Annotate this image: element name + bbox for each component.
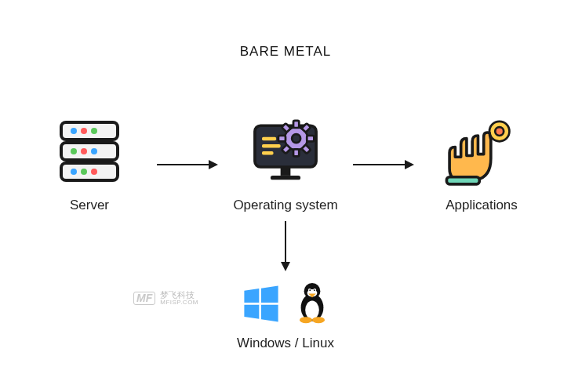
svg-rect-1 — [61, 143, 118, 160]
svg-rect-19 — [271, 176, 300, 180]
watermark-badge: MF — [133, 292, 155, 305]
main-row: Server — [0, 116, 571, 213]
svg-rect-15 — [262, 137, 276, 141]
svg-marker-38 — [261, 286, 278, 303]
svg-marker-37 — [244, 289, 259, 303]
svg-rect-34 — [446, 177, 479, 184]
node-server-label: Server — [70, 198, 109, 213]
node-os-label: Operating system — [233, 198, 337, 213]
watermark-text: 梦飞科技 MFISP.COM — [160, 290, 198, 307]
hand-tap-icon — [442, 116, 521, 187]
arrow-os-to-apps — [348, 129, 419, 200]
svg-marker-40 — [261, 305, 278, 322]
svg-rect-0 — [61, 122, 118, 140]
arrow-os-to-choices — [270, 218, 301, 273]
os-choices: Windows / Linux — [0, 279, 571, 351]
watermark: MF 梦飞科技 MFISP.COM — [133, 290, 198, 307]
node-apps-label: Applications — [446, 198, 518, 213]
windows-icon — [240, 282, 282, 328]
svg-point-3 — [71, 128, 77, 134]
svg-point-50 — [300, 317, 312, 323]
svg-point-42 — [305, 300, 319, 319]
svg-point-5 — [91, 128, 97, 134]
svg-marker-36 — [281, 262, 290, 271]
node-operating-system: Operating system — [223, 116, 348, 213]
svg-point-6 — [71, 148, 77, 154]
linux-tux-icon — [293, 279, 331, 328]
svg-point-33 — [495, 127, 504, 136]
svg-rect-23 — [278, 136, 286, 141]
svg-rect-2 — [61, 163, 118, 180]
svg-marker-31 — [405, 160, 414, 169]
svg-rect-17 — [262, 151, 274, 155]
node-applications: Applications — [419, 116, 544, 213]
svg-rect-18 — [281, 167, 291, 176]
svg-point-48 — [314, 289, 315, 291]
svg-rect-22 — [293, 149, 299, 156]
arrow-server-to-os — [152, 129, 223, 200]
monitor-gear-icon — [246, 116, 325, 187]
svg-point-4 — [81, 128, 87, 134]
watermark-line2: MFISP.COM — [160, 299, 198, 307]
svg-point-7 — [81, 148, 87, 154]
svg-rect-21 — [293, 121, 299, 128]
svg-point-51 — [312, 317, 325, 323]
svg-point-9 — [71, 169, 77, 175]
svg-point-11 — [91, 169, 97, 175]
svg-marker-39 — [244, 305, 259, 319]
svg-marker-13 — [209, 160, 218, 169]
os-icons-row — [240, 279, 331, 328]
server-icon — [50, 116, 129, 187]
svg-point-8 — [91, 148, 97, 154]
os-choices-label: Windows / Linux — [237, 336, 334, 351]
svg-rect-24 — [307, 136, 314, 141]
svg-rect-16 — [262, 144, 281, 148]
arrow-os-to-choices-wrap — [0, 218, 571, 273]
svg-point-29 — [292, 134, 300, 143]
svg-point-47 — [309, 289, 311, 291]
node-server: Server — [27, 116, 152, 213]
diagram-title: BARE METAL — [0, 44, 571, 60]
svg-point-10 — [81, 169, 87, 175]
